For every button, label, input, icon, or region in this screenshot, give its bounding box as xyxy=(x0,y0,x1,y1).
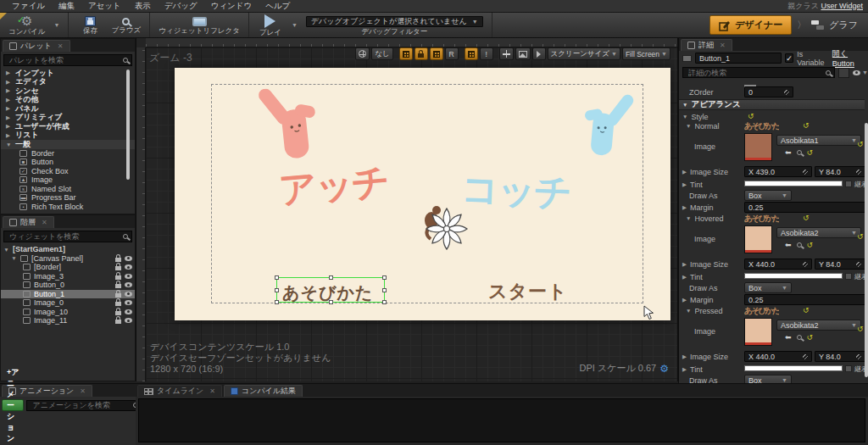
lock-icon[interactable] xyxy=(115,266,121,270)
selection-handle[interactable] xyxy=(329,275,333,280)
draw-as-dropdown[interactable]: Box▼ xyxy=(744,282,792,293)
timeline-tab[interactable]: タイムライン✕ xyxy=(137,385,222,397)
hierarchy-row-canvaspanel[interactable]: ▼ [Canvas Panel] xyxy=(1,254,135,264)
palette-tab[interactable]: パレット✕ xyxy=(3,40,70,52)
reset-to-default-icon[interactable]: ↺ xyxy=(807,242,814,249)
reset-to-default-icon[interactable]: ↺ xyxy=(857,325,864,333)
tint-color-swatch[interactable] xyxy=(744,365,843,371)
hierarchy-row-image11[interactable]: Image_11 xyxy=(1,316,135,325)
reset-to-default-icon[interactable]: ↺ xyxy=(803,214,810,222)
tint-bind-icon[interactable] xyxy=(845,181,852,187)
selection-handle[interactable] xyxy=(275,275,279,280)
play-options-caret[interactable]: ▼ xyxy=(292,22,298,28)
visibility-icon[interactable] xyxy=(125,318,132,323)
hierarchy-tab-close-icon[interactable]: ✕ xyxy=(42,219,47,226)
is-variable-checkbox[interactable]: ✓ xyxy=(785,53,793,63)
image-size-x-input[interactable]: X 440.0 xyxy=(744,351,812,362)
spinbox-icon[interactable] xyxy=(784,90,789,95)
hierarchy-row-border[interactable]: [Border] xyxy=(1,263,135,272)
tint-color-swatch[interactable] xyxy=(744,273,843,279)
lock-icon[interactable] xyxy=(115,293,121,298)
preview-background-button[interactable] xyxy=(515,47,531,60)
details-tab-close-icon[interactable]: ✕ xyxy=(720,42,726,49)
state-header[interactable]: ▼ Hovered あそびかた ↺ xyxy=(686,213,868,224)
menu-edit[interactable]: 編集 xyxy=(52,1,81,12)
brush-asset-dropdown[interactable]: Asobikata2▼ xyxy=(776,227,861,238)
reset-to-default-icon[interactable]: ↺ xyxy=(807,149,814,157)
palette-widget-namedslot[interactable]: sNamed Slot xyxy=(1,185,135,194)
compile-button[interactable]: ⚙✓ コンパイル xyxy=(8,15,46,35)
image-size-x-input[interactable]: X 439.0 xyxy=(744,166,812,177)
details-scrollbar[interactable] xyxy=(865,123,868,377)
parent-class-link[interactable]: User Widget xyxy=(821,2,863,10)
debug-object-dropdown[interactable]: デバッグオブジェクトが選択されていません▼ xyxy=(306,16,483,27)
widget-name-input[interactable] xyxy=(695,53,782,64)
outline-toggle-button[interactable] xyxy=(399,47,413,60)
palette-search[interactable] xyxy=(3,54,132,66)
howto-button-selection[interactable]: あそびかた xyxy=(276,277,385,303)
hierarchy-row-image0[interactable]: Image_0 xyxy=(1,298,135,308)
localization-preview-button[interactable] xyxy=(355,47,370,60)
menu-window[interactable]: ウィンドウ xyxy=(204,1,259,12)
palette-scrollbar[interactable] xyxy=(126,70,130,180)
selection-handle[interactable] xyxy=(382,275,387,280)
visibility-icon[interactable] xyxy=(125,256,132,261)
fill-screen-dropdown[interactable]: Fill Screen▼ xyxy=(622,47,670,60)
lock-icon[interactable] xyxy=(115,284,121,288)
browse-button[interactable]: ブラウズ xyxy=(111,18,141,33)
designer-mode-button[interactable]: デザイナー xyxy=(709,15,792,35)
hierarchy-row-button1-selected[interactable]: Button_1 xyxy=(1,290,135,299)
visibility-icon[interactable] xyxy=(125,282,132,287)
designer-canvas[interactable]: ズーム -3 なし R ! スクリーンサイズ▼ Fill Screen▼ xyxy=(136,38,678,381)
safe-zone-button[interactable] xyxy=(465,47,478,60)
reset-to-default-icon[interactable]: ↺ xyxy=(803,307,810,314)
appearance-section-header[interactable]: ▼アピアランス xyxy=(679,99,865,110)
margin-input[interactable]: 0.25 xyxy=(744,202,865,213)
brush-asset-dropdown[interactable]: Asobikata1▼ xyxy=(776,135,861,146)
play-button[interactable]: プレイ xyxy=(258,14,283,36)
use-selected-icon[interactable]: ⬅ xyxy=(785,241,792,249)
palette-tab-close-icon[interactable]: ✕ xyxy=(58,42,64,50)
graph-mode-button[interactable]: グラフ xyxy=(811,19,858,31)
add-animation-button[interactable]: +アニメーション xyxy=(2,399,24,411)
visibility-icon[interactable] xyxy=(125,264,132,270)
animation-tab-close-icon[interactable]: ✕ xyxy=(80,387,86,395)
use-selected-icon[interactable]: ⬅ xyxy=(785,333,792,342)
selection-handle[interactable] xyxy=(382,288,387,292)
start-button[interactable]: スタート xyxy=(488,279,568,304)
compile-results-log[interactable] xyxy=(138,398,865,442)
brush-thumbnail[interactable] xyxy=(744,133,772,161)
grid-snap-button[interactable] xyxy=(430,47,443,60)
palette-widget-richtext[interactable]: •Rich Text Block xyxy=(1,203,135,212)
screen-size-dropdown[interactable]: スクリーンサイズ▼ xyxy=(548,47,620,60)
reset-to-default-icon[interactable]: ↺ xyxy=(803,122,810,130)
hierarchy-row-image3[interactable]: Image_3 xyxy=(1,272,135,281)
timeline-tab-close-icon[interactable]: ✕ xyxy=(209,387,215,395)
visibility-icon[interactable] xyxy=(125,300,132,305)
flow-direction-button[interactable]: なし xyxy=(371,47,392,60)
details-tab[interactable]: 詳細✕ xyxy=(681,39,732,51)
image-size-x-input[interactable]: X 440.0 xyxy=(744,259,812,270)
details-search-input[interactable] xyxy=(687,68,826,78)
hierarchy-row-image10[interactable]: Image_10 xyxy=(1,308,135,317)
image-size-y-input[interactable]: Y 84.0 xyxy=(815,166,865,177)
view-options-button[interactable]: ▼ xyxy=(853,70,868,75)
animation-search[interactable] xyxy=(26,400,142,411)
draw-as-dropdown[interactable]: Box▼ xyxy=(744,190,792,201)
lock-icon[interactable] xyxy=(115,275,121,280)
hierarchy-search-input[interactable] xyxy=(8,231,123,242)
visibility-icon[interactable] xyxy=(125,292,132,297)
use-selected-icon[interactable]: ⬅ xyxy=(785,148,792,157)
brush-thumbnail[interactable] xyxy=(744,318,772,346)
lock-icon[interactable] xyxy=(115,320,121,324)
snap-resolution-button[interactable]: R xyxy=(445,47,459,60)
tint-color-swatch[interactable] xyxy=(744,181,843,186)
palette-widget-image[interactable]: ▲Image xyxy=(1,175,135,185)
menu-view[interactable]: 表示 xyxy=(128,1,158,12)
compile-options-caret[interactable]: ▼ xyxy=(54,22,60,28)
game-preview-screen[interactable]: アッチ コッチ xyxy=(175,68,670,320)
mirror-button[interactable] xyxy=(532,47,546,60)
menu-help[interactable]: ヘルプ xyxy=(259,1,297,12)
state-header[interactable]: ▼ Normal あそびかた ↺ xyxy=(686,120,868,131)
visibility-icon[interactable] xyxy=(125,274,132,279)
